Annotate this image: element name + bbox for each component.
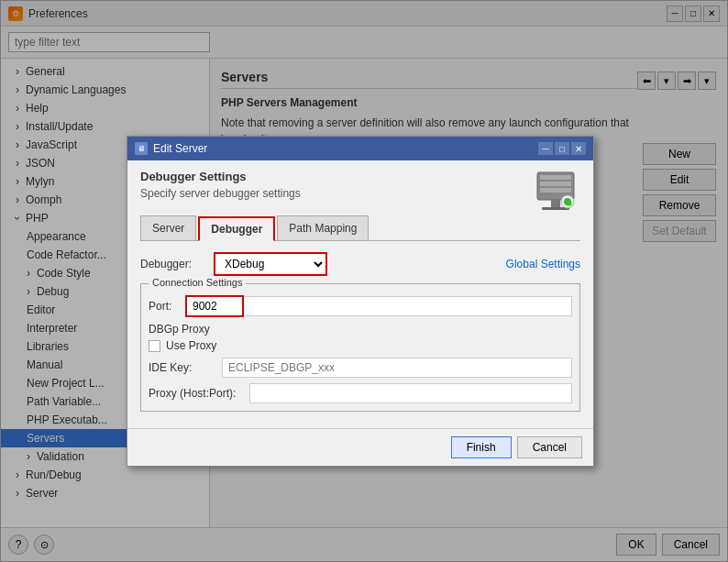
dialog-section-title: Debugger Settings <box>140 170 301 183</box>
proxy-host-row: Proxy (Host:Port): <box>149 383 572 403</box>
use-proxy-checkbox[interactable] <box>149 340 160 352</box>
dialog-tabs: Server Debugger Path Mapping <box>140 215 580 241</box>
tab-debugger[interactable]: Debugger <box>198 216 275 241</box>
use-proxy-row: Use Proxy <box>149 339 572 352</box>
svg-rect-3 <box>540 188 571 193</box>
svg-point-8 <box>567 201 572 206</box>
dialog-close-button[interactable]: ✕ <box>571 142 586 155</box>
dialog-title-bar: 🖥 Edit Server ─ □ ✕ <box>127 137 593 160</box>
connection-box-title: Connection Settings <box>149 277 246 288</box>
svg-rect-2 <box>540 182 571 186</box>
proxy-host-label: Proxy (Host:Port): <box>149 387 249 400</box>
dialog-section-sub: Specify server debugger settings <box>140 187 301 200</box>
debugger-row: Debugger: XDebug Zend Debugger Global Se… <box>140 252 580 276</box>
dialog-body: Debugger Settings Specify server debugge… <box>127 160 593 428</box>
dialog-maximize-button[interactable]: □ <box>555 142 569 155</box>
debugger-select[interactable]: XDebug Zend Debugger <box>215 254 325 274</box>
port-label: Port: <box>149 300 185 313</box>
dialog-minimize-button[interactable]: ─ <box>538 142 553 155</box>
port-row: Port: <box>149 295 572 317</box>
svg-rect-1 <box>540 175 571 180</box>
dbgp-proxy-label: DBGp Proxy <box>149 323 572 336</box>
ide-key-label: IDE Key: <box>149 361 222 374</box>
dialog-controls: ─ □ ✕ <box>538 142 586 155</box>
dialog-overlay: 🖥 Edit Server ─ □ ✕ Debugger Settings Sp… <box>0 0 728 562</box>
svg-rect-4 <box>551 200 560 207</box>
port-input-wrap <box>185 295 244 317</box>
proxy-host-input[interactable] <box>249 383 572 403</box>
port-input[interactable] <box>187 297 242 315</box>
dialog-icon: 🖥 <box>135 142 148 155</box>
debugger-label: Debugger: <box>140 258 214 270</box>
finish-button[interactable]: Finish <box>451 436 512 458</box>
dialog-cancel-button[interactable]: Cancel <box>517 436 582 458</box>
ide-key-row: IDE Key: <box>149 358 572 378</box>
port-input-rest <box>244 296 572 316</box>
tab-server[interactable]: Server <box>140 215 196 240</box>
dialog-footer: Finish Cancel <box>127 428 593 466</box>
dialog-title: Edit Server <box>153 142 207 155</box>
server-icon <box>530 165 580 215</box>
debugger-select-wrap: XDebug Zend Debugger <box>214 252 327 276</box>
tab-path-mapping[interactable]: Path Mapping <box>277 215 369 240</box>
edit-server-dialog: 🖥 Edit Server ─ □ ✕ Debugger Settings Sp… <box>127 136 594 467</box>
dialog-title-left: 🖥 Edit Server <box>135 142 207 155</box>
use-proxy-label: Use Proxy <box>166 339 216 352</box>
connection-box: Connection Settings Port: DBGp Proxy Use… <box>140 283 580 412</box>
global-settings-link[interactable]: Global Settings <box>506 258 580 270</box>
ide-key-input[interactable] <box>222 358 572 378</box>
